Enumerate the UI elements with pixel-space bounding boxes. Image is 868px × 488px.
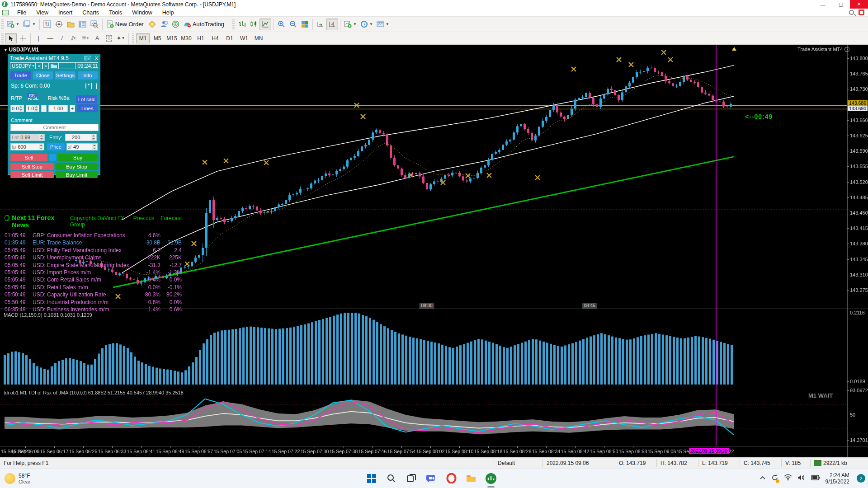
chart-symbol-tab[interactable]: ▼ USDJPY,M1 (4, 47, 39, 53)
menu-file[interactable]: File (12, 9, 31, 16)
trendline-tool[interactable]: / (56, 33, 68, 43)
trade-tab-info[interactable]: Info (78, 71, 98, 80)
minimize-button[interactable]: — (814, 0, 832, 9)
rsl-input[interactable]: 1.0 (26, 105, 39, 112)
line-chart-button[interactable] (259, 19, 271, 30)
zoom-out-button[interactable] (287, 19, 299, 30)
sl-input[interactable]: sl49 (66, 143, 98, 150)
sell-stop-button[interactable]: Sell Stop (10, 163, 54, 170)
timeframe-m30[interactable]: M30 (179, 33, 193, 43)
timeframe-mn[interactable]: MN (252, 33, 265, 43)
market-button[interactable] (170, 19, 182, 30)
notification-badge[interactable]: 2 (857, 474, 865, 483)
panel-close-button[interactable]: X (95, 56, 98, 61)
auto-scroll-button[interactable] (315, 19, 326, 30)
lot-calc-button[interactable]: Lot calc (76, 95, 97, 103)
sell-limit-button[interactable]: Sell Limit (10, 171, 54, 178)
horizontal-line-tool[interactable]: — (44, 33, 56, 43)
fibonacci-tool[interactable]: ≣F (80, 33, 91, 43)
buy-stop-button[interactable]: Buy Stop (56, 163, 98, 170)
new-chart-button[interactable]: ▼ (5, 19, 21, 30)
tp-input[interactable]: tp600 (10, 143, 44, 150)
timeframe-w1[interactable]: W1 (237, 33, 251, 43)
menu-window[interactable]: Window (127, 9, 157, 16)
terminal-button[interactable] (77, 19, 89, 30)
strategy-tester-button[interactable] (89, 19, 100, 30)
menu-help[interactable]: Help (157, 9, 179, 16)
start-button[interactable] (364, 471, 379, 486)
tile-windows-button[interactable] (299, 19, 311, 30)
menu-charts[interactable]: Charts (77, 9, 104, 16)
risk-plus-button[interactable]: + (70, 105, 75, 112)
search-icon[interactable] (849, 10, 854, 15)
zoom-in-button[interactable] (275, 19, 287, 30)
menu-tools[interactable]: Tools (104, 9, 127, 16)
battery-icon[interactable] (811, 475, 820, 482)
rtp-input[interactable]: 0.0 (10, 105, 24, 112)
search-button[interactable] (384, 471, 399, 486)
next-symbol-button[interactable]: > (42, 63, 49, 69)
market-watch-button[interactable] (42, 19, 53, 30)
wifi-icon[interactable] (784, 474, 792, 482)
community-icon[interactable] (859, 9, 864, 15)
price-button[interactable]: Price (47, 143, 65, 150)
chart-shift-button[interactable] (326, 19, 338, 30)
risk-input[interactable]: 1.00 (48, 105, 67, 112)
maximize-button[interactable]: ▢ (832, 0, 850, 9)
chat-button[interactable] (424, 471, 439, 486)
timeframe-m1[interactable]: M1 (136, 33, 150, 43)
panel-toggle-icon[interactable]: × (844, 47, 849, 52)
toolbar-grip[interactable] (1, 33, 4, 43)
new-order-button[interactable]: New Order (104, 19, 146, 30)
trade-tab-close[interactable]: Close (33, 71, 53, 80)
spinner-icon[interactable] (91, 134, 95, 141)
toolbar-grip[interactable] (1, 19, 4, 29)
metatrader-button[interactable] (484, 471, 498, 486)
timeframe-m15[interactable]: M15 (165, 33, 179, 43)
confirm-checkbox[interactable] (49, 154, 56, 161)
indicators-button[interactable]: ▼ (342, 19, 359, 30)
spinner-icon[interactable] (19, 105, 23, 112)
risk-minus-button[interactable]: - (41, 105, 47, 112)
timeframe-h1[interactable]: H1 (194, 33, 208, 43)
calendar-icon[interactable] (91, 83, 92, 89)
trade-tab-settings[interactable]: Settings (55, 71, 75, 80)
update-icon[interactable] (771, 474, 778, 483)
spinner-icon[interactable] (39, 144, 43, 150)
symbol-select[interactable]: USDJPY▾ (10, 63, 36, 69)
timeframe-h4[interactable]: H4 (208, 33, 222, 43)
data-window-button[interactable] (53, 19, 65, 30)
task-view-button[interactable] (404, 471, 419, 486)
weather-widget[interactable]: 58°FClear (0, 473, 108, 484)
metaeditor-button[interactable] (146, 19, 158, 30)
spinner-icon[interactable] (34, 105, 38, 112)
vertical-line-tool[interactable]: | (33, 33, 44, 43)
community-button[interactable] (158, 19, 170, 30)
buy-limit-button[interactable]: Buy Limit (56, 171, 98, 178)
opera-button[interactable] (444, 471, 458, 486)
crosshair-tool[interactable] (17, 33, 28, 43)
tray-chevron-icon[interactable] (760, 475, 766, 482)
timeframe-d1[interactable]: D1 (223, 33, 236, 43)
screenshot-icon[interactable] (84, 56, 91, 61)
templates-button[interactable]: ▼ (375, 19, 391, 30)
buy-button[interactable]: Buy (58, 154, 98, 161)
spinner-icon[interactable] (92, 144, 96, 150)
periods-button[interactable]: ▼ (359, 19, 375, 30)
volume-icon[interactable] (797, 474, 806, 482)
comment-input[interactable] (10, 124, 99, 131)
visibility-icon[interactable] (85, 83, 86, 89)
lot-input[interactable]: Lot0.99 (10, 134, 45, 141)
cursor-tool[interactable] (5, 33, 17, 43)
toolbar-grip[interactable] (232, 19, 235, 29)
navigator-button[interactable] (65, 19, 77, 30)
sell-button[interactable]: Sell (10, 154, 47, 161)
equidistant-channel-tool[interactable]: ⫽E (68, 33, 80, 43)
close-button[interactable]: ✕ (850, 0, 868, 9)
clock-widget[interactable]: 2:24 AM 9/15/2022 (826, 472, 849, 485)
text-label-tool[interactable]: T (103, 33, 115, 43)
menu-view[interactable]: View (31, 9, 53, 16)
entry-input[interactable]: 200 (65, 134, 97, 141)
alert-bell-icon[interactable] (96, 83, 97, 89)
file-explorer-button[interactable] (464, 471, 478, 486)
